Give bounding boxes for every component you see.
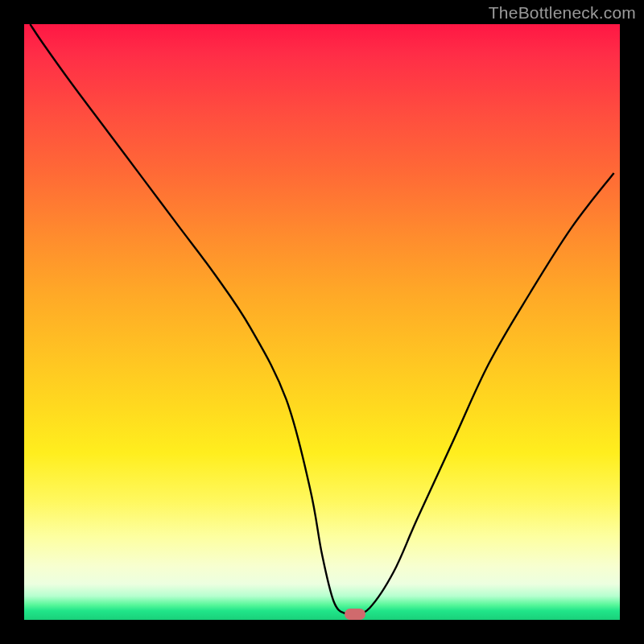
attribution-label: TheBottleneck.com — [489, 3, 636, 23]
curve-layer — [24, 24, 620, 620]
chart-stage: TheBottleneck.com — [0, 0, 644, 644]
bottleneck-curve — [30, 24, 613, 615]
optimal-point-marker — [345, 609, 365, 620]
plot-area — [24, 24, 620, 620]
